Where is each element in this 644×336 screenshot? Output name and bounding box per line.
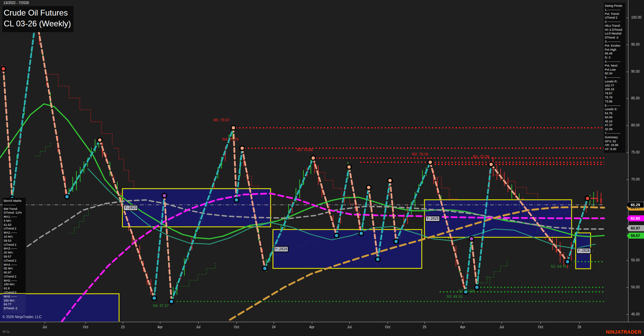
pivot-dot-H [429,161,432,164]
pivot-dot-L [153,296,156,300]
pivot-dot-H [388,179,392,182]
candle-body [597,199,598,202]
price-tick-label: 55.00 [631,258,640,262]
time-tick-label: Jul [495,325,508,329]
time-tick [463,322,463,324]
resistance-label-R5: R5: 79.57 [213,118,230,122]
ninjatrader-chart-window: 100.0095.0090.0085.0080.0075.0070.0065.0… [0,0,644,336]
pivot-dot-H [2,67,5,71]
instrument-label: W CL [3,330,10,333]
time-tick-label: Jul [343,325,356,329]
pivot-dot-L [65,195,69,198]
time-tick [424,322,425,324]
time-tick-label: Oct [534,325,547,329]
year-label-2023: Y:2023 [123,205,138,211]
pivot-dot-H [470,237,473,240]
price-tick-label: 100.00 [631,16,642,19]
time-axis-line [0,322,644,322]
support-label-S1: S1: 54.75 [551,264,567,268]
resistance-label-R3: R3: 73.96 [297,148,313,152]
time-tick [86,322,86,324]
time-tick [198,322,199,324]
time-tick-label: 24 [267,325,280,329]
pivot-dot-H [586,197,589,200]
time-tick [349,322,350,324]
pivot-dot-L [360,232,363,235]
price-tick-label: 50.00 [631,285,640,289]
candle-body [556,249,557,253]
pivot-dot-H [312,157,315,160]
time-tick-label: 25 [418,325,431,329]
year-label-2026: Y:2026 [576,248,591,254]
pivot-dot-L [335,234,338,237]
chart-canvas[interactable] [0,0,628,322]
time-tick [502,322,502,324]
time-tick [540,322,541,324]
time-tick [45,322,45,324]
ninjatrader-logo: NINJATRADER [606,329,641,335]
price-axis-line [628,0,628,322]
resistance-label-R4: R4: 75.79 [222,137,238,141]
pivot-dot-H [98,138,101,142]
pivot-dot-H [240,146,244,150]
price-tag-59.57: 59.57 [627,233,644,239]
time-tick [236,322,237,324]
time-tick-label: Jul [191,325,205,329]
price-tick-label: 80.00 [631,123,640,127]
time-tick-label: Apr [456,325,469,329]
chart-title: Crude Oil Futures CL 03-26 (Weekly) [2,6,73,32]
resistance-label-R2: R2: 73.19 [412,152,428,156]
price-tick-label: 85.00 [631,96,640,100]
support-label-S4: S4: 47.37 [153,304,169,308]
time-tick-label: Oct [381,325,394,329]
time-tick-label: 26 [573,325,586,329]
pivot-dot-L [475,286,479,289]
resistance-label-R1: R1: 72.78 [473,154,489,159]
candle-body [600,198,602,203]
date-range-label: 13/2022 - 7/2026 [3,1,29,5]
time-tick [160,322,160,324]
swing-pivots-panel: Swing Pivots 1.------------- Pvt. Trend:… [604,3,625,153]
pivot-dot-L [263,267,267,270]
support-label-S3: S3: 49.16 [446,294,462,298]
year-label-2025: Y:2025 [425,216,440,222]
time-tick [312,322,312,324]
year-label-2024: Y:2024 [274,246,289,252]
time-tick-label: Oct [230,325,243,329]
time-tick-label: Jul [38,325,51,329]
price-tick-label: 90.00 [631,70,640,73]
price-tag-60.97: 60.97 [627,225,644,231]
pivot-dot-L [394,240,398,243]
price-tick-label: 75.00 [631,150,640,154]
price-tick-label: 95.00 [631,43,640,46]
pivot-dot-H [232,126,235,129]
price-tick-label: 45.00 [631,312,640,316]
pivot-dot-H [489,163,493,166]
time-axis[interactable]: JulOct23AprJulOct24AprJulOct25AprJulOct2… [0,322,644,336]
time-tick [388,322,388,324]
pivot-dot-L [170,300,173,303]
time-tick-label: Apr [305,325,319,329]
candle-body [83,168,85,170]
time-tick [579,322,580,324]
pivot-dot-H [163,194,166,197]
pivot-dot-H [367,186,370,189]
copyright-label: © 2026 NinjaTrader, LLC [2,315,42,319]
price-tag-65.29: 65.29 [627,202,644,208]
pivot-dot-H [347,165,351,169]
time-tick-label: Oct [79,325,92,329]
time-tick [274,322,274,324]
pivot-dot-L [235,198,238,201]
time-tick [123,322,123,324]
bench-marks-panel: Bench Marks ------------ BM Trend: DTren… [3,198,26,314]
price-axis[interactable]: 100.0095.0090.0085.0080.0075.0070.0065.0… [628,0,644,322]
pivot-dot-L [376,258,380,261]
support-label-S2: S2: 50.00 [459,289,475,293]
price-tick-label: 70.00 [631,177,640,181]
time-tick-label: 23 [116,325,130,329]
price-tag-62.80: 62.80 [627,215,644,221]
time-tick-label: Apr [153,325,167,329]
pivot-dot-L [566,260,569,263]
